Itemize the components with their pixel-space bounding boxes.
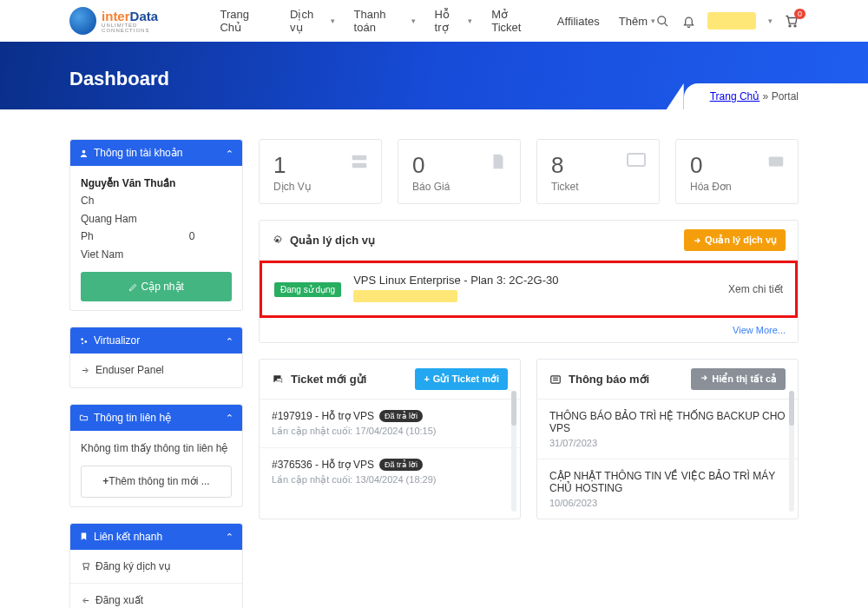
search-icon[interactable]	[655, 14, 669, 28]
breadcrumb-home[interactable]: Trang Chủ	[710, 90, 760, 102]
stat-tickets[interactable]: 8 Ticket	[536, 139, 660, 204]
brand-text: interData UNLIMITED CONNECTIONS	[102, 10, 185, 33]
ticket-row[interactable]: #376536 - Hỗ trợ VPSĐã trả lời Lần cập n…	[260, 447, 520, 496]
chevron-down-icon: ▾	[468, 17, 472, 25]
scrollbar-thumb[interactable]	[789, 391, 794, 426]
service-detail-button[interactable]: Xem chi tiết	[728, 283, 783, 295]
cogs-icon	[79, 336, 89, 346]
news-card: Thông báo mới Hiển thị tất cả THÔNG BÁO …	[536, 359, 799, 519]
tickets-card: Ticket mới gửi +Gửi Ticket mới #197919 -…	[259, 359, 521, 519]
document-icon	[489, 152, 508, 171]
news-row[interactable]: CẬP NHẬT THÔNG TIN VỀ VIỆC BẢO TRÌ MÁY C…	[537, 459, 798, 519]
view-more-link[interactable]: View More...	[260, 318, 798, 342]
nav-home[interactable]: Trang Chủ	[220, 8, 271, 34]
contact-panel: Thông tin liên hệ ⌄ Không tìm thấy thông…	[69, 404, 243, 507]
nav-open-ticket[interactable]: Mở Ticket	[491, 8, 538, 34]
stat-quotes[interactable]: 0 Báo Giá	[398, 139, 521, 204]
news-list: THÔNG BÁO BẢO TRÌ HỆ THỐNG BACKUP CHO VP…	[537, 400, 798, 519]
main: 1 Dịch Vụ 0 Báo Giá 8 Ticket	[259, 139, 799, 519]
chevron-down-icon: ▾	[768, 17, 773, 25]
bookmark-icon	[79, 532, 89, 541]
arrow-right-icon	[693, 236, 701, 245]
add-contact-button[interactable]: +Thêm thông tin mới ...	[81, 466, 232, 497]
svg-point-3	[794, 24, 796, 26]
bell-icon[interactable]	[681, 14, 695, 28]
account-line3: Quang Ham	[81, 210, 232, 228]
account-name: Nguyễn Văn Thuần	[81, 175, 232, 192]
chevron-down-icon: ▾	[411, 17, 416, 25]
svg-rect-11	[352, 163, 367, 169]
chevron-up-icon: ⌄	[226, 148, 233, 159]
user-icon	[79, 149, 89, 158]
account-panel-header[interactable]: Thông tin tài khoản ⌄	[70, 140, 242, 166]
globe-icon	[69, 7, 96, 35]
service-subtitle-redacted	[353, 290, 457, 302]
invoice-icon	[766, 152, 786, 171]
brand-name-b: Data	[130, 9, 159, 23]
svg-point-0	[657, 16, 665, 23]
services-card: Quản lý dịch vụ Quản lý dịch vụ Đang sử …	[259, 220, 799, 343]
chevron-up-icon: ⌄	[226, 412, 233, 423]
contact-header[interactable]: Thông tin liên hệ ⌄	[70, 405, 242, 431]
chevron-up-icon: ⌄	[226, 531, 233, 542]
link-register-service[interactable]: Đăng ký dịch vụ	[70, 550, 242, 583]
show-all-news-button[interactable]: Hiển thị tất cả	[691, 368, 786, 390]
comments-icon	[272, 373, 284, 386]
quicklinks-header[interactable]: Liên kết nhanh ⌄	[70, 524, 242, 550]
stat-invoices[interactable]: 0 Hóa Đơn	[675, 139, 799, 204]
service-row[interactable]: Đang sử dụng VPS Linux Enterprise - Plan…	[260, 261, 798, 318]
server-icon	[350, 152, 369, 171]
user-menu[interactable]	[707, 12, 756, 30]
nav-more[interactable]: Thêm▾	[619, 8, 655, 34]
new-ticket-button[interactable]: +Gửi Ticket mới	[415, 368, 508, 390]
chevron-up-icon: ⌄	[226, 335, 233, 347]
service-title: VPS Linux Enterprise - Plan 3: 2C-2G-30	[353, 274, 716, 287]
breadcrumb-sep: »	[763, 90, 769, 102]
enduser-panel-link[interactable]: Enduser Panel	[70, 354, 242, 387]
nav-billing[interactable]: Thanh toán▾	[354, 8, 416, 34]
link-logout[interactable]: Đăng xuất	[70, 583, 242, 608]
ticket-row[interactable]: #197919 - Hỗ trợ VPSĐã trả lời Lần cập n…	[260, 400, 520, 447]
bottom-row: Ticket mới gửi +Gửi Ticket mới #197919 -…	[259, 359, 799, 519]
brand-logo[interactable]: interData UNLIMITED CONNECTIONS	[69, 7, 185, 35]
share-icon	[81, 366, 90, 375]
folder-icon	[79, 413, 89, 422]
cart-badge: 0	[794, 9, 806, 19]
cart-icon	[81, 561, 90, 571]
ticket-icon	[626, 152, 647, 168]
brand-name-a: inter	[102, 9, 130, 23]
manage-services-button[interactable]: Quản lý dịch vụ	[684, 229, 786, 251]
tickets-header: Ticket mới gửi +Gửi Ticket mới	[260, 360, 520, 400]
update-account-button[interactable]: Cập nhật	[81, 272, 232, 301]
svg-point-14	[276, 239, 279, 241]
brand-tagline: UNLIMITED CONNECTIONS	[102, 23, 185, 33]
pencil-icon	[128, 282, 138, 292]
contact-body: Không tìm thấy thông tin liên hệ +Thêm t…	[70, 431, 242, 506]
nav-affiliates[interactable]: Affiliates	[557, 8, 600, 34]
stat-row: 1 Dịch Vụ 0 Báo Giá 8 Ticket	[259, 139, 799, 204]
hero-banner: Dashboard Trang Chủ » Portal	[0, 42, 868, 109]
svg-rect-10	[352, 155, 367, 161]
ticket-list: #197919 - Hỗ trợ VPSĐã trả lời Lần cập n…	[260, 400, 520, 496]
breadcrumb: Trang Chủ » Portal	[684, 83, 868, 109]
svg-point-6	[84, 340, 87, 343]
news-row[interactable]: THÔNG BÁO BẢO TRÌ HỆ THỐNG BACKUP CHO VP…	[537, 400, 798, 459]
stat-services[interactable]: 1 Dịch Vụ	[259, 139, 382, 204]
account-line2: Ch	[81, 192, 232, 209]
topbar-right: ▾ 0	[655, 12, 799, 30]
news-header: Thông báo mới Hiển thị tất cả	[537, 360, 798, 400]
svg-point-2	[789, 24, 791, 26]
nav-services[interactable]: Dịch vụ▾	[290, 8, 335, 34]
nav-support[interactable]: Hỗ trợ▾	[435, 8, 473, 34]
svg-point-8	[83, 569, 84, 570]
status-pill: Đã trả lời	[379, 410, 423, 422]
status-badge: Đang sử dụng	[274, 282, 341, 297]
chevron-down-icon: ▾	[331, 17, 335, 25]
virtualizor-header[interactable]: Virtualizor ⌄	[70, 327, 242, 354]
main-nav: Trang Chủ Dịch vụ▾ Thanh toán▾ Hỗ trợ▾ M…	[220, 8, 655, 34]
cart-button[interactable]: 0	[785, 14, 799, 28]
scrollbar-thumb[interactable]	[511, 391, 516, 426]
svg-line-1	[664, 23, 667, 26]
account-body: Nguyễn Văn Thuần Ch Quang Ham Ph0 Viet N…	[70, 166, 242, 310]
services-card-header: Quản lý dịch vụ Quản lý dịch vụ	[260, 221, 798, 261]
